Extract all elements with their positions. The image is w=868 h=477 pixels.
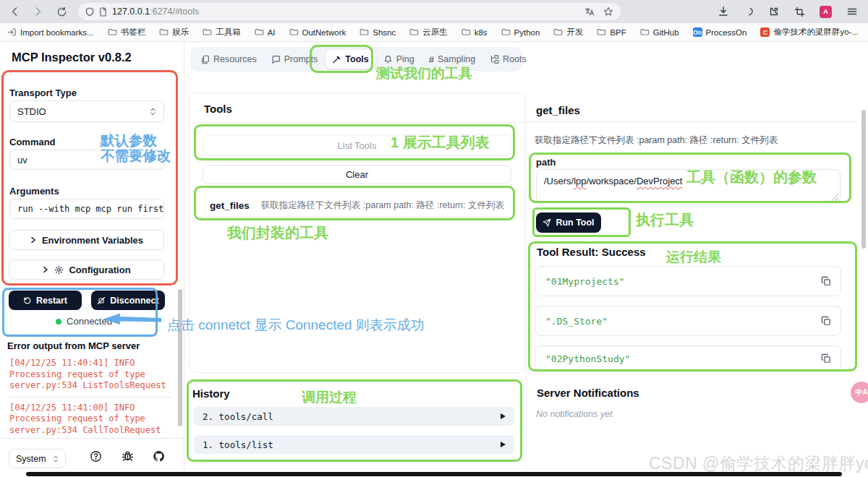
bookmark-item[interactable]: OutNetwork	[289, 27, 346, 37]
list-tools-button[interactable]: List Tools	[203, 134, 511, 156]
bookmark-item[interactable]: AI	[255, 27, 276, 37]
theme-select[interactable]: System	[9, 449, 66, 468]
menu-icon[interactable]	[846, 6, 858, 17]
page: MCP Inspector v0.8.2 Transport Type STDI…	[0, 42, 868, 477]
tab-label: Ping	[396, 54, 414, 64]
bookmark-item[interactable]: 云原生	[409, 27, 448, 38]
bookmark-item[interactable]: Python	[501, 27, 540, 37]
disconnect-label: Disconnect	[110, 296, 158, 306]
translate-float-button[interactable]: 中A	[851, 382, 868, 403]
tool-name: get_files	[210, 200, 250, 211]
translate-page-icon[interactable]	[584, 7, 595, 17]
chevron-right-icon	[30, 236, 37, 244]
bookmark-item[interactable]: GitHub	[640, 27, 679, 37]
history-item[interactable]: 1. tools/list	[194, 435, 514, 454]
tab-bar: Resources Prompts	[190, 47, 522, 72]
tab-label: Prompts	[284, 54, 318, 64]
bookmark-label: OutNetwork	[302, 28, 346, 37]
bug-icon[interactable]	[122, 450, 134, 463]
configuration-button[interactable]: Configuration	[9, 259, 164, 280]
tab-item[interactable]: Tools	[326, 50, 375, 69]
copy-icon[interactable]	[821, 276, 831, 286]
folder-icon	[159, 27, 169, 37]
site-shield-icon[interactable]	[85, 7, 94, 17]
bookmark-label: 云原生	[422, 27, 448, 38]
crop-icon[interactable]	[794, 7, 805, 17]
restart-icon	[23, 296, 32, 305]
url-host: 127.0.0.1	[112, 7, 150, 17]
github-icon[interactable]	[153, 450, 165, 463]
bookmark-item[interactable]: k8s	[461, 27, 488, 37]
clear-button[interactable]: Clear	[203, 165, 511, 184]
tab-item[interactable]: Roots	[483, 50, 533, 69]
arguments-value: run --with mcp mcp run first_|	[17, 204, 164, 214]
arguments-input[interactable]: run --with mcp mcp run first_|	[9, 199, 164, 219]
address-bar[interactable]: 127.0.0.1:6274/#tools	[78, 3, 621, 20]
bookmark-label: GitHub	[653, 28, 679, 37]
window-bottom-edge	[26, 472, 842, 476]
back-icon[interactable]	[9, 6, 20, 17]
folder-icon	[553, 27, 563, 37]
folder-icon	[461, 27, 471, 37]
tab-item[interactable]: Prompts	[265, 50, 325, 69]
extensions-icon[interactable]	[768, 6, 780, 17]
bookmark-label: Shsnc	[373, 28, 396, 37]
tool-list-item[interactable]: get_files 获取指定路径下文件列表 :param path: 路径 :r…	[203, 192, 511, 219]
tab-item[interactable]: # Sampling	[422, 50, 482, 69]
folder-icon	[597, 27, 606, 37]
environment-variables-button[interactable]: Environment Variables	[9, 230, 164, 250]
command-label: Command	[9, 137, 56, 147]
bookmark-item[interactable]: Shsnc	[359, 27, 396, 37]
history-title: History	[192, 387, 230, 400]
copy-icon[interactable]	[821, 316, 831, 326]
bookmark-item[interactable]: On ProcessOn	[693, 27, 747, 37]
bookmark-star-icon[interactable]	[603, 7, 613, 17]
help-icon[interactable]	[90, 450, 102, 463]
tools-panel: Tools List Tools Clear get_files 获取指定路径下…	[189, 93, 525, 373]
main-scrollbar[interactable]	[861, 110, 866, 249]
history-item-label: 1. tools/list	[203, 439, 273, 450]
reload-icon[interactable]	[56, 7, 67, 17]
sidebar-scrollbar[interactable]	[178, 289, 182, 426]
disconnect-button[interactable]: Disconnect	[91, 291, 165, 310]
folder-icon	[501, 27, 511, 37]
forward-icon[interactable]	[33, 6, 44, 17]
bookmark-item[interactable]: 娱乐	[159, 27, 189, 38]
bookmark-item[interactable]: 书签栏	[108, 27, 146, 38]
tab-item[interactable]: Ping	[377, 50, 421, 69]
folder-icon	[409, 27, 419, 37]
bookmark-item[interactable]: 开发	[553, 27, 583, 38]
browser-toolbar: 127.0.0.1:6274/#tools A	[0, 0, 868, 23]
roots-icon	[490, 55, 499, 64]
path-input[interactable]: /Users/lpp/workspace/DevProject	[536, 169, 841, 203]
bookmark-item[interactable]: BPF	[597, 27, 626, 37]
profile-arc-icon[interactable]	[744, 7, 754, 17]
bookmark-item[interactable]: Import bookmarks...	[7, 27, 94, 37]
tool-result-item: ".DS_Store"	[535, 306, 841, 336]
prompts-icon	[271, 55, 281, 64]
bookmarks-bar: Import bookmarks... 书签栏 娱乐 工具箱	[0, 23, 868, 42]
folder-icon	[289, 27, 299, 37]
copy-icon[interactable]	[821, 353, 831, 364]
translate-extension-icon[interactable]: A	[820, 6, 832, 18]
transport-type-select[interactable]: STDIO	[9, 100, 164, 122]
url-path: :6274/#tools	[150, 7, 199, 17]
connected-dot-icon	[56, 319, 61, 325]
page-icon[interactable]	[99, 7, 107, 17]
bookmark-label: Python	[514, 28, 540, 37]
tool-result-value: "02PythonStudy"	[545, 353, 630, 364]
tools-panel-title: Tools	[204, 103, 232, 115]
bookmark-item[interactable]: C 偷学技术的梁胖胖yo-...	[760, 27, 859, 38]
log-entry: [04/12/25 11:40:41] INFO Processing requ…	[9, 358, 172, 392]
resources-icon	[200, 55, 210, 64]
bookmark-item[interactable]: 工具箱	[203, 27, 241, 38]
tab-item[interactable]: Resources	[194, 50, 263, 69]
download-icon[interactable]	[718, 6, 729, 17]
restart-button[interactable]: Restart	[9, 291, 82, 310]
bookmark-label: 偷学技术的梁胖胖yo-...	[773, 27, 859, 38]
run-tool-button[interactable]: Run Tool	[536, 212, 601, 233]
history-item-label: 2. tools/call	[203, 411, 273, 422]
command-input[interactable]: uv	[9, 150, 164, 170]
history-item[interactable]: 2. tools/call	[194, 407, 514, 426]
bookmark-label: Import bookmarks...	[20, 28, 94, 37]
